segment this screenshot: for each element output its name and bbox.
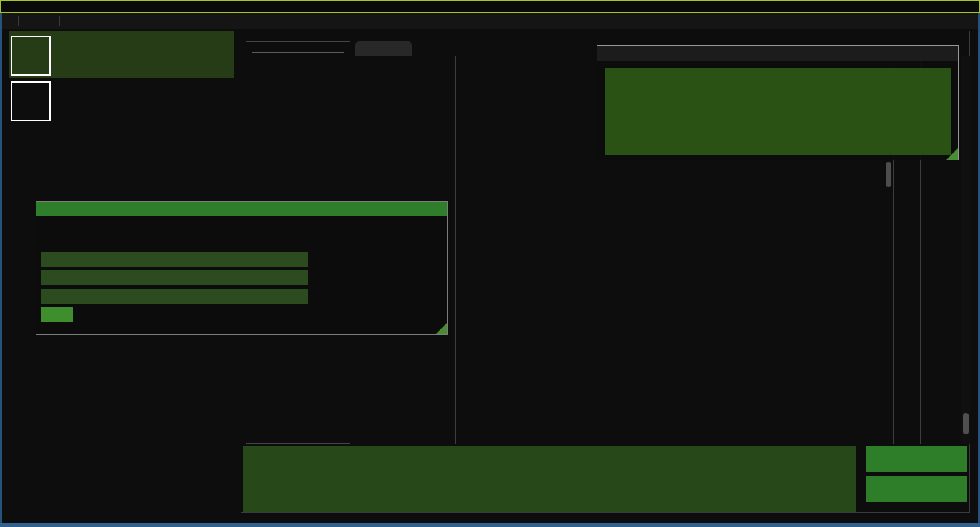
histogram-plot <box>605 68 951 155</box>
os-window-titlebar[interactable] <box>0 0 980 13</box>
wm-border-left <box>0 13 2 523</box>
group-item-green[interactable] <box>9 76 234 124</box>
histogram-window-titlebar[interactable] <box>597 46 958 61</box>
join-name-input[interactable] <box>41 270 308 285</box>
menu-separator <box>18 16 19 26</box>
tab-debug[interactable] <box>355 41 412 56</box>
menu-separator <box>59 16 60 26</box>
group-item-test-group3[interactable] <box>9 31 234 78</box>
menu-bar <box>2 13 978 29</box>
app-root <box>0 0 980 527</box>
column-divider <box>455 56 456 444</box>
send-file-button[interactable] <box>866 446 967 472</box>
group-avatar <box>11 81 51 121</box>
chat-scrollbar-thumb[interactable] <box>963 413 969 434</box>
wm-border-bottom <box>0 523 980 527</box>
resize-grip[interactable] <box>946 148 958 160</box>
join-group-window[interactable] <box>36 201 448 335</box>
histogram-window[interactable] <box>597 45 959 160</box>
menu-separator <box>39 16 39 26</box>
chat-id-input[interactable] <box>41 252 308 267</box>
messages-scrollbar-thumb[interactable] <box>886 162 891 187</box>
chat-scrollbar[interactable] <box>961 56 970 444</box>
join-window-titlebar[interactable] <box>36 202 447 216</box>
message-input[interactable] <box>243 446 856 512</box>
paste-file-button[interactable] <box>866 476 967 502</box>
subs-count <box>246 42 350 47</box>
join-password-input[interactable] <box>41 289 308 304</box>
group-avatar <box>11 36 51 76</box>
join-button[interactable] <box>41 307 73 322</box>
resize-grip[interactable] <box>435 323 447 334</box>
